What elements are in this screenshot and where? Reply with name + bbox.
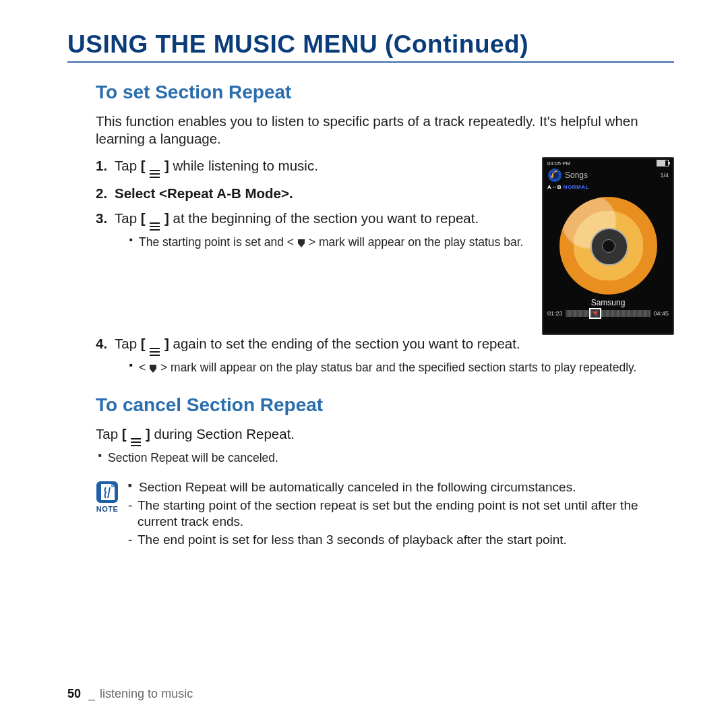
device-mode-normal: NORMAL (564, 184, 589, 190)
page-number: 50 (67, 687, 81, 700)
step-4-sub: < > mark will appear on the play status … (129, 360, 674, 375)
device-progress-bar (566, 310, 651, 317)
music-app-icon (547, 168, 562, 183)
step-1: 1. Tap [ ] while listening to music. (96, 157, 528, 178)
album-disc (559, 197, 657, 295)
menu-icon (150, 348, 160, 356)
device-screenshot: 03:05 PM Songs 1/4 A↔B NORMAL (542, 157, 674, 335)
battery-icon (657, 160, 669, 166)
device-time-elapsed: 01:23 (547, 310, 563, 317)
page-footer: 50 _ listening to music (67, 687, 193, 701)
step-2: 2. Select <Repeat A-B Mode>. (96, 185, 528, 202)
cancel-line: Tap [ ] during Section Repeat. (96, 425, 674, 446)
device-screen-title: Songs (565, 171, 588, 180)
menu-icon (131, 438, 141, 446)
subheading-cancel-section-repeat: To cancel Section Repeat (67, 394, 674, 416)
intro-paragraph: This function enables you to listen to s… (96, 113, 674, 148)
marker-down-icon (150, 365, 156, 373)
step-3: 3. Tap [ ] at the beginning of the secti… (96, 210, 528, 250)
step-4: 4. Tap [ ] again to set the ending of th… (96, 335, 674, 375)
cancel-sub: Section Repeat will be canceled. (98, 450, 674, 466)
note-label: NOTE (96, 505, 119, 513)
page-title: USING THE MUSIC MENU (Continued) (67, 30, 674, 63)
device-track-title: Samsung (543, 298, 673, 307)
device-time-total: 04:45 (653, 310, 669, 317)
menu-icon (150, 222, 160, 231)
device-mode-ab: A↔B (547, 184, 562, 190)
note-dash-1: The starting point of the section repeat… (128, 497, 674, 530)
subheading-set-section-repeat: To set Section Repeat (67, 82, 674, 103)
chapter-name: listening to music (100, 687, 193, 700)
marker-down-icon (298, 239, 305, 247)
note-icon (96, 481, 119, 504)
note-main: Section Repeat will be automatically can… (128, 479, 674, 496)
device-clock: 03:05 PM (547, 160, 570, 166)
note-dash-2: The end point is set for less than 3 sec… (128, 532, 674, 549)
device-track-count: 1/4 (660, 172, 669, 179)
menu-icon (150, 170, 160, 178)
step-3-sub: The starting point is set and < > mark w… (129, 235, 528, 250)
section-repeat-marker (589, 308, 601, 319)
